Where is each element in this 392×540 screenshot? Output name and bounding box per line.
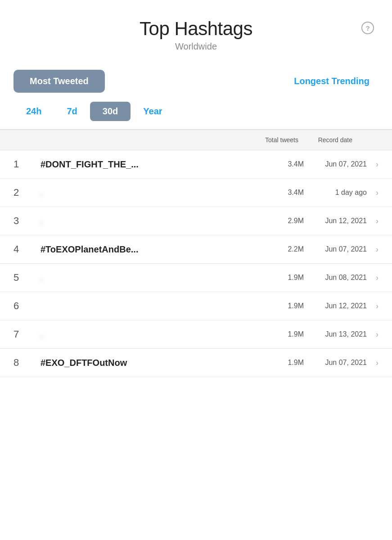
row-rank: 7 [14, 328, 41, 340]
row-tweets: 2.9M [277, 217, 304, 225]
table-row[interactable]: 1 #DONT_FIGHT_THE_... 3.4M Jun 07, 2021 … [0, 150, 392, 179]
page-subtitle: Worldwide [9, 41, 383, 52]
row-rank: 4 [14, 243, 41, 255]
row-tweets: 1.9M [277, 274, 304, 282]
table-row[interactable]: 5 . 1.9M Jun 08, 2021 › [0, 264, 392, 292]
chevron-right-icon: › [376, 245, 378, 254]
row-date: 1 day ago [317, 189, 367, 197]
rows-container: 1 #DONT_FIGHT_THE_... 3.4M Jun 07, 2021 … [0, 150, 392, 377]
help-icon[interactable]: ? [361, 22, 374, 34]
row-date: Jun 12, 2021 [317, 217, 367, 225]
table-row[interactable]: 8 #EXO_DFTFOutNow 1.9M Jun 07, 2021 › [0, 349, 392, 377]
page-header: Top Hashtags Worldwide ? [0, 0, 392, 61]
time-row: 24h 7d 30d Year [0, 97, 392, 129]
row-name: #ToEXOPlanetAndBe... [41, 244, 277, 255]
tab-most-tweeted[interactable]: Most Tweeted [14, 70, 105, 93]
chevron-right-icon: › [376, 216, 378, 226]
row-stats: 2.9M Jun 12, 2021 [277, 217, 367, 225]
row-rank: 2 [14, 187, 41, 198]
row-date: Jun 08, 2021 [317, 274, 367, 282]
table-row[interactable]: 2 . 3.4M 1 day ago › [0, 179, 392, 207]
row-stats: 2.2M Jun 07, 2021 [277, 245, 367, 253]
chevron-right-icon: › [376, 358, 378, 368]
row-stats: 1.9M Jun 13, 2021 [277, 330, 367, 338]
list-header-stats: Total tweets Record date [258, 136, 352, 144]
table-row[interactable]: 6 1.9M Jun 12, 2021 › [0, 292, 392, 320]
time-filter-year[interactable]: Year [131, 102, 175, 121]
table-row[interactable]: 7 . 1.9M Jun 13, 2021 › [0, 320, 392, 349]
row-stats: 3.4M 1 day ago [277, 189, 367, 197]
row-rank: 3 [14, 215, 41, 227]
chevron-right-icon: › [376, 273, 378, 283]
row-rank: 8 [14, 357, 41, 369]
chevron-right-icon: › [376, 160, 378, 169]
row-date: Jun 13, 2021 [317, 330, 367, 338]
row-name: . [41, 188, 277, 198]
table-row[interactable]: 3 . 2.9M Jun 12, 2021 › [0, 207, 392, 235]
tabs-row: Most Tweeted Longest Trending [0, 61, 392, 97]
row-tweets: 3.4M [277, 160, 304, 168]
row-tweets: 1.9M [277, 330, 304, 338]
row-tweets: 2.2M [277, 245, 304, 253]
chevron-right-icon: › [376, 302, 378, 311]
chevron-right-icon: › [376, 188, 378, 198]
time-filter-7d[interactable]: 7d [54, 102, 90, 121]
row-rank: 1 [14, 158, 41, 170]
record-date-label: Record date [312, 136, 352, 144]
row-date: Jun 12, 2021 [317, 302, 367, 310]
row-date: Jun 07, 2021 [317, 160, 367, 168]
row-name: #DONT_FIGHT_THE_... [41, 159, 277, 170]
tab-longest-trending[interactable]: Longest Trending [285, 70, 378, 93]
row-tweets: 1.9M [277, 359, 304, 367]
time-filter-30d[interactable]: 30d [90, 102, 131, 121]
row-tweets: 1.9M [277, 302, 304, 310]
row-name: . [41, 329, 277, 340]
time-filter-24h[interactable]: 24h [14, 102, 54, 121]
row-rank: 5 [14, 272, 41, 284]
row-stats: 3.4M Jun 07, 2021 [277, 160, 367, 168]
row-date: Jun 07, 2021 [317, 359, 367, 367]
table-row[interactable]: 4 #ToEXOPlanetAndBe... 2.2M Jun 07, 2021… [0, 235, 392, 264]
list-header: Total tweets Record date [0, 130, 392, 150]
row-stats: 1.9M Jun 08, 2021 [277, 274, 367, 282]
row-rank: 6 [14, 300, 41, 312]
page-title: Top Hashtags [9, 18, 383, 40]
total-tweets-label: Total tweets [258, 136, 298, 144]
row-stats: 1.9M Jun 12, 2021 [277, 302, 367, 310]
row-tweets: 3.4M [277, 189, 304, 197]
row-name: . [41, 216, 277, 226]
chevron-right-icon: › [376, 330, 378, 339]
row-stats: 1.9M Jun 07, 2021 [277, 359, 367, 367]
row-name: #EXO_DFTFOutNow [41, 358, 277, 368]
row-date: Jun 07, 2021 [317, 245, 367, 253]
row-name: . [41, 273, 277, 283]
